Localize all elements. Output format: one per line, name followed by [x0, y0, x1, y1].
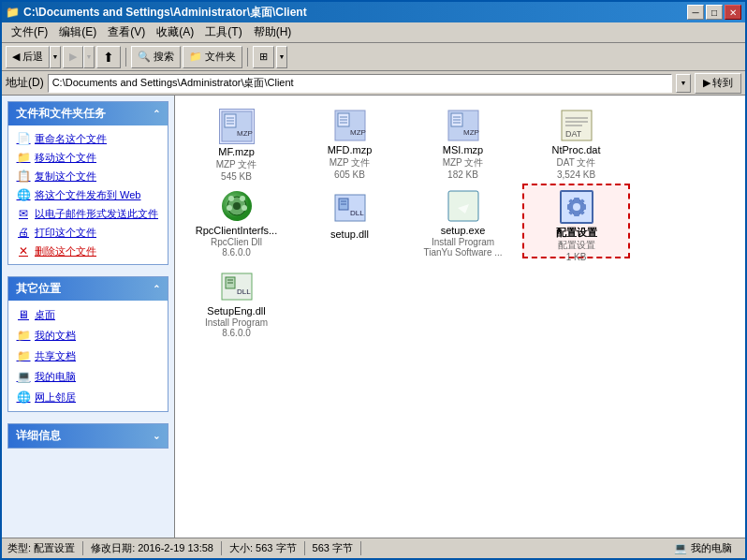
file-name: RpcClientInterfs... — [196, 225, 277, 237]
folders-button[interactable]: 📁 文件夹 — [183, 46, 242, 68]
forward-dropdown[interactable]: ▼ — [83, 46, 95, 68]
back-arrow-icon: ◀ — [12, 51, 20, 63]
address-input[interactable] — [48, 74, 672, 93]
file-item[interactable]: RpcClientInterfs... RpcClien Dll 8.6.0.0 — [183, 184, 290, 258]
shared-docs-link[interactable]: 📁 共享文档 — [12, 346, 164, 366]
delete-label: 删除这个文件 — [35, 244, 96, 258]
forward-arrow-icon: ▶ — [69, 51, 77, 63]
menu-tools[interactable]: 工具(T) — [199, 22, 247, 42]
address-dropdown-button[interactable]: ▼ — [676, 74, 691, 93]
svg-point-28 — [227, 205, 232, 211]
delete-icon: ✕ — [16, 243, 31, 258]
delete-link[interactable]: ✕ 删除这个文件 — [12, 242, 164, 260]
minimize-button[interactable]: ─ — [687, 5, 704, 20]
details-header[interactable]: 详细信息 ⌄ — [8, 424, 168, 448]
file-item[interactable]: DAT NtProc.dat DAT 文件 3,524 KB — [522, 103, 630, 178]
dll2-svg: DLL — [333, 191, 367, 225]
forward-button[interactable]: ▶ — [63, 46, 83, 68]
file-icon: MZP — [331, 109, 369, 142]
file-icon — [445, 189, 482, 223]
file-type: MZP 文件 — [216, 158, 257, 171]
search-icon: 🔍 — [138, 51, 151, 63]
rename-label: 重命名这个文件 — [35, 132, 107, 146]
views-button[interactable]: ⊞ — [253, 46, 274, 68]
print-link[interactable]: 🖨 打印这个文件 — [12, 223, 164, 242]
menu-file[interactable]: 文件(F) — [6, 22, 53, 42]
copy-link[interactable]: 📋 复制这个文件 — [12, 167, 164, 185]
title-bar-content: 📁 C:\Documents and Settings\Administrato… — [6, 5, 307, 21]
search-button[interactable]: 🔍 搜索 — [131, 46, 181, 68]
file-type: MZP 文件 — [443, 156, 484, 169]
up-arrow-icon: ⬆ — [103, 50, 114, 65]
file-icon: DLL — [331, 189, 369, 227]
exe-svg — [447, 189, 480, 223]
menu-edit[interactable]: 编辑(E) — [53, 22, 102, 42]
file-size: 545 KB — [221, 171, 252, 182]
my-docs-icon: 📁 — [16, 328, 31, 343]
details-section: 详细信息 ⌄ — [7, 423, 168, 449]
file-size: 8.6.0.0 — [222, 328, 251, 338]
desktop-link[interactable]: 🖥 桌面 — [12, 304, 164, 325]
tasks-content: 📄 重命名这个文件 📁 移动这个文件 📋 复制这个文件 🌐 将这个文件发布到 W… — [8, 125, 168, 264]
file-item[interactable]: DLL setup.dll — [296, 184, 403, 258]
main-area: 文件和文件夹任务 ⌃ 📄 重命名这个文件 📁 移动这个文件 📋 复制这个文件 — [2, 96, 745, 538]
file-item[interactable]: DLL SetupEng.dll Install Program 8.6.0.0 — [183, 264, 290, 339]
file-item[interactable]: MZP MF.mzp MZP 文件 545 KB — [183, 103, 290, 178]
views-dropdown[interactable]: ▼ — [276, 46, 287, 68]
move-link[interactable]: 📁 移动这个文件 — [12, 148, 164, 167]
address-chevron-icon: ▼ — [681, 80, 687, 86]
rename-link[interactable]: 📄 重命名这个文件 — [12, 129, 164, 148]
my-docs-link[interactable]: 📁 我的文档 — [12, 325, 164, 346]
menu-view[interactable]: 查看(V) — [102, 22, 151, 42]
file-icon — [218, 189, 256, 223]
other-header-label: 其它位置 — [16, 281, 61, 297]
print-icon: 🖨 — [16, 225, 31, 240]
tasks-header-label: 文件和文件夹任务 — [16, 106, 106, 122]
tasks-section: 文件和文件夹任务 ⌃ 📄 重命名这个文件 📁 移动这个文件 📋 复制这个文件 — [7, 101, 168, 265]
file-item[interactable]: MZP MSI.mzp MZP 文件 182 KB — [409, 103, 517, 178]
my-computer-label: 我的电脑 — [35, 370, 76, 384]
menu-help[interactable]: 帮助(H) — [248, 22, 298, 42]
file-name: 配置设置 — [556, 227, 597, 239]
other-expand-icon: ⌃ — [153, 284, 160, 294]
back-label: 后退 — [22, 50, 43, 64]
go-button[interactable]: ▶ 转到 — [695, 73, 741, 94]
up-button[interactable]: ⬆ — [96, 46, 121, 68]
network-icon: 🌐 — [16, 390, 31, 405]
other-header[interactable]: 其它位置 ⌃ — [8, 277, 168, 301]
back-chevron-icon: ▼ — [52, 53, 59, 60]
views-icon: ⊞ — [259, 51, 268, 63]
desktop-icon: 🖥 — [16, 307, 31, 322]
file-icon: MZP — [445, 109, 482, 142]
back-forward-group: ◀ 后退 ▼ — [6, 46, 61, 68]
svg-text:MZP: MZP — [237, 129, 253, 138]
publish-link[interactable]: 🌐 将这个文件发布到 Web — [12, 185, 164, 204]
other-content: 🖥 桌面 📁 我的文档 📁 共享文档 💻 我的电脑 — [8, 301, 168, 411]
selected-file-item[interactable]: 配置设置 配置设置 1 KB — [522, 184, 630, 258]
back-dropdown[interactable]: ▼ — [50, 46, 61, 68]
close-button[interactable]: ✕ — [725, 5, 741, 20]
back-button[interactable]: ◀ 后退 — [6, 46, 50, 68]
file-item[interactable]: setup.exe Install Program TianYu Softwar… — [409, 184, 517, 258]
maximize-button[interactable]: □ — [706, 5, 723, 20]
file-name: setup.exe — [441, 225, 486, 237]
window-title: C:\Documents and Settings\Administrator\… — [23, 5, 307, 21]
menu-favorites[interactable]: 收藏(A) — [151, 22, 199, 42]
file-icon — [558, 189, 595, 225]
ini-svg — [559, 189, 594, 225]
tasks-header[interactable]: 文件和文件夹任务 ⌃ — [8, 102, 168, 125]
toolbar: ◀ 后退 ▼ ▶ ▼ ⬆ 🔍 搜索 📁 文件夹 ⊞ ▼ — [2, 43, 745, 71]
move-label: 移动这个文件 — [35, 151, 96, 165]
menu-bar: 文件(F) 编辑(E) 查看(V) 收藏(A) 工具(T) 帮助(H) — [2, 22, 745, 43]
status-size-left: 大小: 563 字节 — [229, 541, 305, 555]
svg-text:DLL: DLL — [237, 287, 251, 296]
other-section: 其它位置 ⌃ 🖥 桌面 📁 我的文档 📁 共享文档 — [7, 276, 168, 412]
my-computer-link[interactable]: 💻 我的电脑 — [12, 366, 164, 387]
my-docs-label: 我的文档 — [35, 329, 76, 343]
network-link[interactable]: 🌐 网上邻居 — [12, 387, 164, 407]
file-item[interactable]: MZP MFD.mzp MZP 文件 605 KB — [296, 103, 403, 178]
file-type: Install Program — [432, 237, 494, 247]
file-type: DAT 文件 — [557, 156, 596, 169]
file-name: setup.dll — [330, 228, 369, 241]
email-link[interactable]: ✉ 以电子邮件形式发送此文件 — [12, 204, 164, 223]
